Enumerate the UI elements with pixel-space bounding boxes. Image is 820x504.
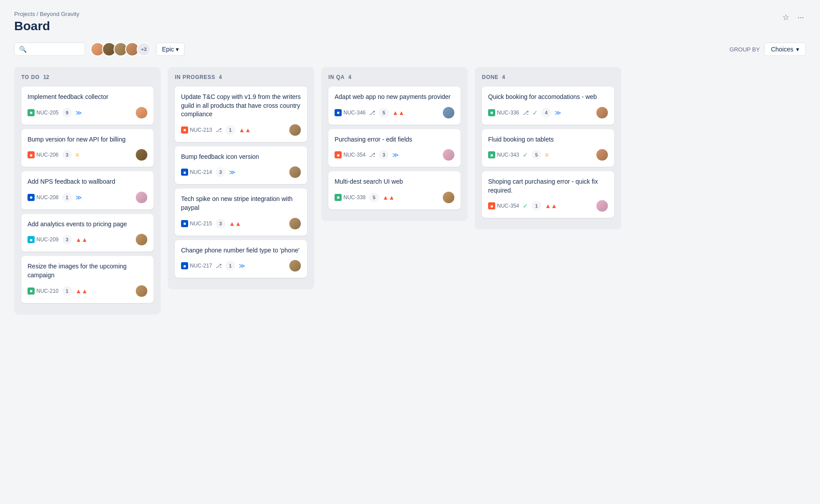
count-badge: 3 [62,150,72,160]
card-title: Resize the images for the upcoming campa… [28,262,147,280]
card[interactable]: Bump feedback icon version ■ NUC-214 3≫ [175,146,307,185]
card-tag[interactable]: ■ NUC-210 [28,287,59,295]
card[interactable]: Tech spike on new stripe integration wit… [175,189,307,235]
card[interactable]: Implement feedback collector ■ NUC-205 9… [21,87,154,125]
card-tag[interactable]: ■ NUC-343 [488,151,519,158]
tag-icon: ■ [181,126,188,134]
card[interactable]: Adapt web app no new payments provider ■… [328,87,461,125]
priority-icon: ≫ [239,262,245,269]
card-tag[interactable]: ■ NUC-208 [28,194,59,201]
epic-filter[interactable]: Epic ▾ [156,43,185,56]
branch-icon: ⎇ [523,110,529,116]
card-tag[interactable]: ■ NUC-214 [181,169,212,176]
card-avatar [136,149,147,161]
count-badge: 3 [216,219,225,228]
card[interactable]: Add analytics events to pricing page ■ N… [21,214,154,252]
column-todo: TO DO 12 Implement feedback collector ■ … [14,67,161,315]
card-title: Add NPS feedback to wallboard [28,177,147,186]
choices-dropdown[interactable]: Choices ▾ [764,43,806,56]
tag-label: NUC-354 [497,203,519,209]
count-badge: 3 [62,235,72,244]
card[interactable]: Resize the images for the upcoming campa… [21,256,154,303]
card-tag[interactable]: ■ NUC-336 [488,109,519,116]
tag-icon: ■ [181,262,188,269]
tag-label: NUC-205 [36,110,59,116]
check-icon: ✓ [523,202,528,209]
card-tag[interactable]: ■ NUC-206 [28,151,59,158]
card-title: Fluid booking on tablets [488,135,608,144]
card[interactable]: Purchasing error - edit fields ■ NUC-354… [328,129,461,167]
page-title: Board [14,19,79,33]
card-avatar [289,166,301,178]
card-footer: ■ NUC-336 ⎇✓4≫ [488,107,608,118]
card-footer: ■ NUC-213 ⎇1▲▲ [181,124,301,136]
count-badge: 4 [541,108,551,118]
card-avatar [289,218,301,229]
card-footer: ■ NUC-209 3▲▲ [28,234,147,245]
card[interactable]: Update T&C copy with v1.9 from the write… [175,87,307,142]
card[interactable]: Add NPS feedback to wallboard ■ NUC-208 … [21,171,154,209]
avatar-overflow[interactable]: +3 [137,42,151,56]
card-tag[interactable]: ■ NUC-217 [181,262,212,269]
count-badge: 3 [216,167,225,177]
column-inqa: IN QA 4 Adapt web app no new payments pr… [321,67,468,221]
more-options-button[interactable]: ··· [796,11,806,24]
chevron-down-icon: ▾ [176,46,179,53]
card-tag[interactable]: ■ NUC-209 [28,236,59,243]
card[interactable]: Bump version for new API for billing ■ N… [21,129,154,167]
priority-icon: ≡ [75,151,79,158]
star-button[interactable]: ☆ [781,11,791,24]
card-footer: ■ NUC-214 3≫ [181,166,301,178]
tag-label: NUC-208 [36,194,59,201]
column-title: IN QA [328,74,345,80]
card-tag[interactable]: ■ NUC-354 [335,151,366,158]
card-avatar [443,107,454,118]
card-title: Implement feedback collector [28,93,147,102]
count-badge: 1 [62,286,72,296]
card-tag[interactable]: ■ NUC-346 [335,109,366,116]
card-tag[interactable]: ■ NUC-338 [335,194,366,201]
branch-icon: ⎇ [216,263,222,269]
board: TO DO 12 Implement feedback collector ■ … [14,67,806,315]
card-tag[interactable]: ■ NUC-215 [181,220,212,227]
count-badge: 5 [532,150,541,160]
column-header: DONE 4 [482,74,614,80]
card-avatar [596,200,608,212]
priority-icon: ▲▲ [75,236,88,243]
count-badge: 3 [379,150,389,160]
card-title: Add analytics events to pricing page [28,220,147,229]
count-badge: 1 [225,261,235,271]
toolbar: 🔍 +3 Epic ▾ GROUP BY Choices ▾ [14,42,806,56]
choices-label: Choices [771,46,793,53]
priority-icon: ≫ [75,109,82,116]
priority-icon: ≫ [555,109,561,116]
search-input[interactable] [29,46,80,53]
card-title: Multi-dest search UI web [335,177,454,186]
card-title: Change phone number field type to 'phone… [181,246,301,255]
group-by-section: GROUP BY Choices ▾ [729,43,806,56]
card-tag[interactable]: ■ NUC-213 [181,126,212,134]
card[interactable]: Change phone number field type to 'phone… [175,240,307,278]
card[interactable]: Shoping cart purchasing error - quick fi… [482,171,614,218]
card-tag[interactable]: ■ NUC-354 [488,202,519,209]
card[interactable]: Multi-dest search UI web ■ NUC-338 5▲▲ [328,171,461,209]
tag-icon: ■ [335,109,342,116]
card-footer: ■ NUC-210 1▲▲ [28,285,147,297]
priority-icon: ▲▲ [75,287,88,295]
column-title: IN PROGRESS [175,74,215,80]
column-count: 4 [502,74,505,80]
card-avatar [136,192,147,203]
priority-icon: ≫ [229,169,236,176]
priority-icon: ▲▲ [545,202,557,209]
card-tag[interactable]: ■ NUC-205 [28,109,59,116]
tag-label: NUC-213 [190,127,212,133]
card[interactable]: Quick booking for accomodations - web ■ … [482,87,614,125]
card-footer: ■ NUC-354 ⎇3≫ [335,149,454,161]
search-box[interactable]: 🔍 [14,43,85,56]
card-avatar [443,192,454,203]
column-count: 12 [43,74,49,80]
tag-label: NUC-209 [36,236,59,243]
epic-label: Epic [162,46,174,53]
card[interactable]: Fluid booking on tablets ■ NUC-343 ✓5≡ [482,129,614,167]
tag-icon: ■ [335,151,342,158]
